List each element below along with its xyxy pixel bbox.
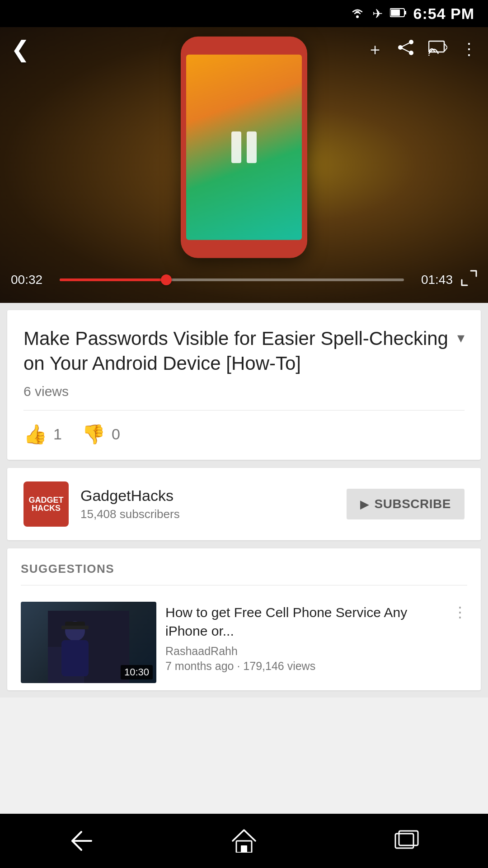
cast-icon[interactable]: [428, 39, 447, 60]
subscribe-play-icon: ▶: [360, 497, 369, 511]
progress-area[interactable]: 00:32 01:43: [0, 270, 488, 289]
suggestions-divider: [21, 585, 467, 585]
dislike-item[interactable]: 👎 0: [82, 423, 120, 445]
svg-rect-19: [241, 845, 247, 853]
suggestions-header: SUGGESTIONS: [7, 562, 481, 585]
video-player[interactable]: ❮ ＋: [0, 27, 488, 303]
suggestion-duration: 10:30: [121, 665, 153, 679]
channel-info: GADGET HACKS GadgetHacks 15,408 subscrib…: [23, 481, 180, 527]
channel-details: GadgetHacks 15,408 subscribers: [80, 487, 180, 521]
video-top-controls: ❮ ＋: [0, 36, 488, 62]
view-count: 6 views: [23, 384, 465, 399]
status-time: 6:54 PM: [413, 5, 475, 23]
bottom-nav: [0, 814, 488, 868]
svg-point-10: [428, 55, 430, 56]
wifi-icon: [350, 6, 365, 22]
suggestion-info: How to get Free Cell Phone Service Any i…: [165, 602, 444, 673]
thumbs-down-icon[interactable]: 👎: [82, 423, 105, 445]
video-title-row: Make Passwords Visible for Easier Spell-…: [23, 326, 465, 376]
battery-icon: [390, 6, 406, 21]
more-options-icon[interactable]: ⋮: [461, 40, 477, 59]
divider: [23, 410, 465, 410]
suggestions-card: SUGGESTIONS: [7, 548, 481, 690]
channel-card: GADGET HACKS GadgetHacks 15,408 subscrib…: [7, 468, 481, 540]
suggestion-title: How to get Free Cell Phone Service Any i…: [165, 604, 444, 640]
collapse-icon[interactable]: ❮: [11, 36, 30, 62]
thumbs-up-icon[interactable]: 👍: [23, 423, 47, 445]
video-title: Make Passwords Visible for Easier Spell-…: [23, 326, 457, 376]
like-item[interactable]: 👍 1: [23, 423, 62, 445]
svg-point-0: [356, 15, 359, 18]
svg-rect-14: [61, 640, 89, 676]
content-area: Make Passwords Visible for Easier Spell-…: [0, 303, 488, 698]
channel-name[interactable]: GadgetHacks: [80, 487, 180, 505]
dropdown-arrow-icon[interactable]: ▾: [457, 329, 465, 346]
suggestion-item[interactable]: 10:30 How to get Free Cell Phone Service…: [7, 594, 481, 690]
home-button[interactable]: [217, 825, 271, 857]
avatar-text-bottom: HACKS: [32, 504, 61, 512]
recents-button[interactable]: [380, 825, 434, 857]
fullscreen-icon[interactable]: [461, 270, 477, 289]
suggestion-more-icon[interactable]: ⋮: [453, 604, 467, 621]
svg-rect-2: [404, 11, 406, 14]
current-time: 00:32: [11, 273, 52, 287]
channel-subscribers: 15,408 subscribers: [80, 507, 180, 521]
svg-rect-3: [391, 9, 400, 16]
total-time: 01:43: [412, 273, 453, 287]
video-controls: ❮ ＋: [0, 27, 488, 303]
svg-line-7: [400, 42, 411, 47]
subscribe-label: SUBSCRIBE: [375, 497, 451, 511]
dislike-count: 0: [112, 425, 120, 443]
status-bar: ✈ 6:54 PM: [0, 0, 488, 27]
suggestion-thumbnail[interactable]: 10:30: [21, 602, 156, 683]
suggestion-meta: 7 months ago · 179,146 views: [165, 660, 444, 673]
suggestion-channel: RashaadRahh: [165, 645, 444, 658]
share-icon[interactable]: [397, 38, 415, 61]
channel-avatar[interactable]: GADGET HACKS: [23, 481, 69, 527]
status-icons: ✈ 6:54 PM: [350, 5, 475, 23]
progress-bar[interactable]: [60, 278, 404, 281]
progress-fill: [60, 278, 166, 281]
progress-thumb[interactable]: [161, 274, 172, 285]
avatar-text-top: GADGET: [28, 496, 63, 504]
svg-line-8: [400, 47, 411, 53]
add-icon[interactable]: ＋: [367, 38, 383, 61]
subscribe-button[interactable]: ▶ SUBSCRIBE: [347, 489, 465, 519]
video-info-card: Make Passwords Visible for Easier Spell-…: [7, 310, 481, 460]
like-dislike-row: 👍 1 👎 0: [23, 423, 465, 445]
like-count: 1: [53, 425, 62, 443]
back-button[interactable]: [54, 825, 108, 857]
top-right-controls: ＋: [367, 38, 477, 61]
svg-rect-16: [61, 626, 89, 629]
airplane-icon: ✈: [372, 6, 383, 21]
